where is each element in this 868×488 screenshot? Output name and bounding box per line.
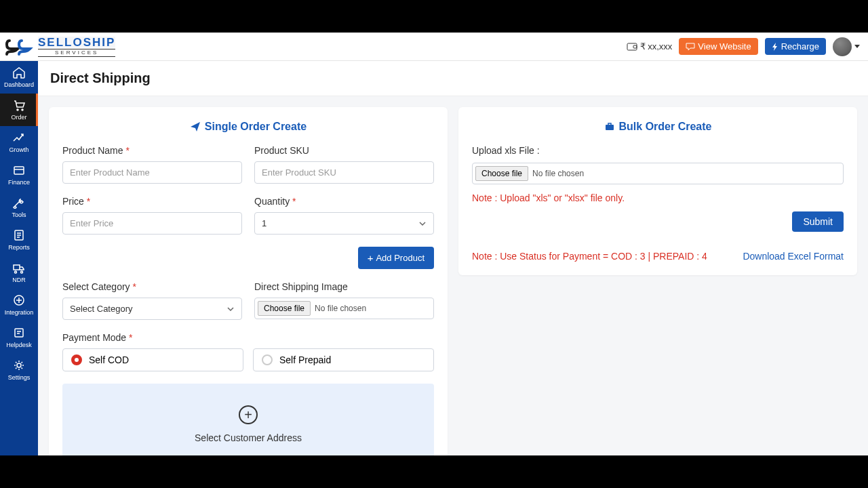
lightning-icon <box>772 43 778 51</box>
reports-icon <box>12 229 26 241</box>
quantity-select[interactable]: 1 <box>254 212 434 235</box>
sidebar: Dashboard Order Growth Finance Tools Rep… <box>0 61 38 455</box>
single-order-title: Single Order Create <box>62 121 434 133</box>
bulk-order-title: Bulk Order Create <box>472 121 844 133</box>
sidebar-item-order[interactable]: Order <box>0 94 38 126</box>
radio-dot <box>262 354 273 365</box>
recharge-button[interactable]: Recharge <box>765 38 826 55</box>
product-sku-label: Product SKU <box>254 145 434 156</box>
upload-label: Upload xls File : <box>472 145 844 156</box>
sidebar-item-ndr[interactable]: NDR <box>0 256 38 289</box>
gear-icon <box>12 359 26 371</box>
svg-rect-2 <box>14 167 24 174</box>
sidebar-item-integration[interactable]: Integration <box>0 289 38 321</box>
helpdesk-icon <box>12 327 26 339</box>
payment-mode-label: Payment Mode * <box>62 332 434 343</box>
svg-rect-5 <box>15 329 23 337</box>
price-input[interactable] <box>62 212 242 235</box>
bulk-file-input[interactable]: Choose file No file chosen <box>472 163 844 184</box>
plus-icon: + <box>239 405 258 424</box>
cart-icon <box>12 99 26 111</box>
sidebar-item-finance[interactable]: Finance <box>0 159 38 191</box>
logo-text: SELLOSHIP <box>38 37 115 48</box>
logo-subtext: SERVICES <box>38 49 115 57</box>
svg-rect-0 <box>627 43 637 50</box>
view-website-button[interactable]: View Website <box>679 38 757 55</box>
category-select[interactable]: Select Category <box>62 298 242 320</box>
sidebar-item-helpdesk[interactable]: Helpdesk <box>0 321 38 354</box>
tools-icon <box>12 197 26 209</box>
chat-icon <box>686 43 695 51</box>
sidebar-item-growth[interactable]: Growth <box>0 126 38 159</box>
bulk-file-status: No file chosen <box>532 169 584 178</box>
wallet-balance[interactable]: ₹ xx,xxx <box>627 41 673 52</box>
sidebar-item-settings[interactable]: Settings <box>0 354 38 386</box>
file-status: No file chosen <box>315 304 366 313</box>
topbar: SELLOSHIP SERVICES ₹ xx,xxx View Website… <box>0 33 868 61</box>
bulk-order-card: Bulk Order Create Upload xls File : Choo… <box>458 107 857 275</box>
customer-address-box[interactable]: + Select Customer Address <box>62 384 434 455</box>
home-icon <box>12 66 26 79</box>
choose-file-button[interactable]: Choose file <box>258 301 311 316</box>
sidebar-item-dashboard[interactable]: Dashboard <box>0 61 38 94</box>
submit-button[interactable]: Submit <box>792 211 844 232</box>
user-menu[interactable] <box>833 37 860 56</box>
svg-rect-1 <box>633 45 637 48</box>
bulk-choose-file-button[interactable]: Choose file <box>475 166 528 181</box>
page-header: Direct Shipping <box>38 61 868 96</box>
product-name-input[interactable] <box>62 161 242 184</box>
letterbox-top <box>0 0 868 33</box>
add-product-button[interactable]: + Add Product <box>358 247 434 269</box>
finance-icon <box>12 164 26 176</box>
note-status: Note : Use Status for Payment = COD : 3 … <box>472 251 707 262</box>
truck-icon <box>12 262 26 274</box>
avatar <box>833 37 852 56</box>
logo-icon <box>5 37 34 57</box>
chevron-down-icon <box>854 45 860 48</box>
payment-cod-radio[interactable]: Self COD <box>62 348 243 371</box>
radio-dot-selected <box>71 354 82 365</box>
price-label: Price * <box>62 196 242 207</box>
sidebar-item-tools[interactable]: Tools <box>0 191 38 224</box>
wallet-icon <box>627 42 637 52</box>
plus-circle-icon <box>12 294 26 306</box>
product-sku-input[interactable] <box>254 161 434 184</box>
single-order-card: Single Order Create Product Name * Produ… <box>49 107 448 455</box>
quantity-label: Quantity * <box>254 196 434 207</box>
growth-icon <box>12 131 26 144</box>
svg-point-6 <box>17 363 21 367</box>
payment-prepaid-radio[interactable]: Self Prepaid <box>253 348 434 371</box>
product-name-label: Product Name * <box>62 145 242 156</box>
note-file-type: Note : Upload "xls" or "xlsx" file only. <box>472 192 844 203</box>
image-file-input[interactable]: Choose file No file chosen <box>254 298 434 319</box>
page-title: Direct Shipping <box>50 70 856 86</box>
svg-rect-7 <box>606 125 614 130</box>
briefcase-icon <box>604 121 615 132</box>
paper-plane-icon <box>190 121 201 132</box>
sidebar-item-reports[interactable]: Reports <box>0 224 38 256</box>
image-label: Direct Shipping Image <box>254 281 434 292</box>
download-excel-link[interactable]: Download Excel Format <box>743 251 844 262</box>
category-label: Select Category * <box>62 281 242 292</box>
logo[interactable]: SELLOSHIP SERVICES <box>3 37 115 57</box>
